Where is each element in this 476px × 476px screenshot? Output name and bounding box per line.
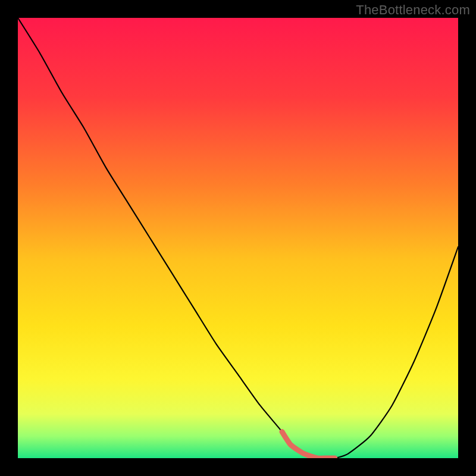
chart-frame: TheBottleneck.com — [0, 0, 476, 476]
bottleneck-chart — [18, 18, 458, 458]
watermark-text: TheBottleneck.com — [356, 2, 470, 18]
plot-area — [18, 18, 458, 458]
gradient-background — [18, 18, 458, 458]
